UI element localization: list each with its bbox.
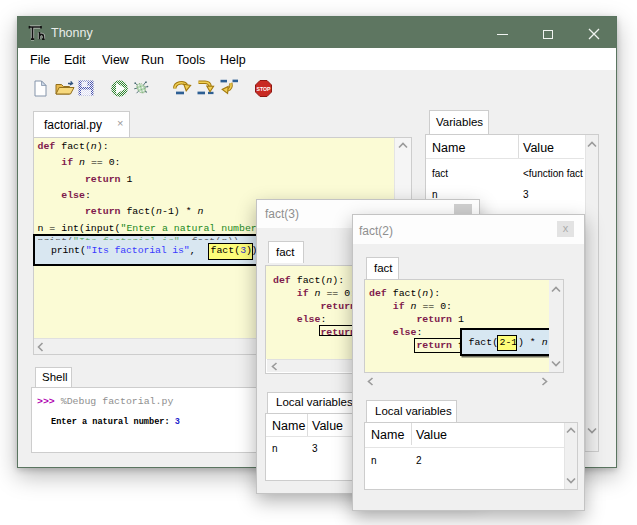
svg-text:STOP: STOP: [256, 86, 271, 92]
